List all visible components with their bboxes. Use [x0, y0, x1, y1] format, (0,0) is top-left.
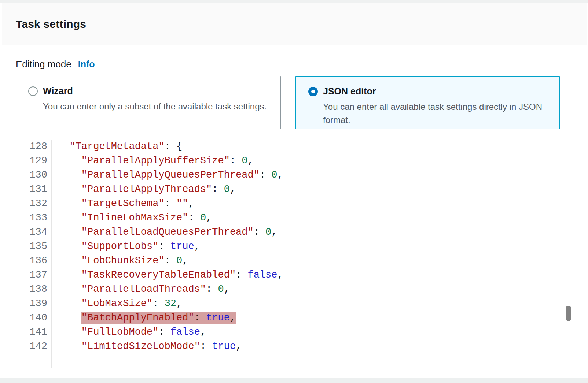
code-line-content[interactable] [51, 354, 58, 368]
code-line-content[interactable]: "FullLobMode": false, [51, 325, 206, 339]
line-number: 142 [16, 339, 51, 354]
code-line[interactable]: 139 "LobMaxSize": 32, [16, 297, 587, 311]
tile-json-editor-description: You can enter all available task setting… [323, 100, 548, 127]
code-line-content[interactable]: "ParallelLoadThreads": 0, [51, 282, 230, 297]
tile-wizard[interactable]: Wizard You can enter only a subset of th… [16, 76, 281, 129]
code-line[interactable]: 140 "BatchApplyEnabled": true, [16, 311, 587, 325]
code-line[interactable] [16, 354, 587, 368]
code-line-content[interactable]: "SupportLobs": true, [51, 239, 200, 254]
tile-wizard-top: Wizard [28, 86, 269, 96]
editing-mode-label: Editing mode [16, 59, 71, 70]
json-editor-code[interactable]: 128 "TargetMetadata": {129 "ParallelAppl… [16, 140, 587, 368]
line-number [16, 354, 51, 368]
code-line-content[interactable]: "BatchApplyEnabled": true, [51, 311, 236, 325]
code-line-content[interactable]: "TargetMetadata": { [51, 140, 182, 154]
code-line[interactable]: 141 "FullLobMode": false, [16, 325, 587, 339]
code-line[interactable]: 136 "LobChunkSize": 0, [16, 254, 587, 268]
tile-json-editor-top: JSON editor [308, 86, 548, 97]
radio-checked-icon[interactable] [308, 87, 318, 96]
search-highlight: "BatchApplyEnabled": true, [81, 312, 236, 323]
scrollbar-thumb[interactable] [566, 306, 571, 321]
line-number: 132 [16, 197, 51, 211]
tile-json-editor-title: JSON editor [323, 86, 376, 97]
tile-wizard-description: You can enter only a subset of the avail… [43, 100, 269, 113]
code-line[interactable]: 134 "ParallelLoadQueuesPerThread": 0, [16, 225, 587, 239]
code-line[interactable]: 129 "ParallelApplyBufferSize": 0, [16, 154, 587, 168]
code-line-content[interactable]: "ParallelApplyThreads": 0, [51, 182, 236, 197]
line-number: 133 [16, 211, 51, 225]
line-number: 136 [16, 254, 51, 268]
code-line-content[interactable]: "TaskRecoveryTableEnabled": false, [51, 268, 283, 282]
code-line[interactable]: 128 "TargetMetadata": { [16, 140, 587, 154]
line-number: 128 [16, 140, 51, 154]
tile-json-editor[interactable]: JSON editor You can enter all available … [295, 76, 560, 129]
editing-mode-tiles: Wizard You can enter only a subset of th… [16, 76, 587, 129]
tile-wizard-title: Wizard [43, 86, 73, 96]
code-line-content[interactable]: "ParallelApplyQueuesPerThread": 0, [51, 168, 283, 182]
code-line[interactable]: 142 "LimitedSizeLobMode": true, [16, 339, 587, 354]
code-lines: 128 "TargetMetadata": {129 "ParallelAppl… [16, 140, 587, 368]
code-line-content[interactable]: "ParallelApplyBufferSize": 0, [51, 154, 254, 168]
code-line[interactable]: 135 "SupportLobs": true, [16, 239, 587, 254]
line-number: 131 [16, 182, 51, 197]
code-line[interactable]: 133 "InlineLobMaxSize": 0, [16, 211, 587, 225]
code-line-content[interactable]: "InlineLobMaxSize": 0, [51, 211, 212, 225]
line-number: 130 [16, 168, 51, 182]
line-number: 137 [16, 268, 51, 282]
code-line[interactable]: 130 "ParallelApplyQueuesPerThread": 0, [16, 168, 587, 182]
code-line-content[interactable]: "LobChunkSize": 0, [51, 254, 188, 268]
panel-body: Editing mode Info Wizard You can enter o… [2, 45, 587, 368]
line-number: 129 [16, 154, 51, 168]
code-line-content[interactable]: "LimitedSizeLobMode": true, [51, 339, 242, 354]
code-line-content[interactable]: "TargetSchema": "", [51, 197, 194, 211]
code-line-content[interactable]: "ParallelLoadQueuesPerThread": 0, [51, 225, 278, 239]
code-line-content[interactable]: "LobMaxSize": 32, [51, 297, 182, 311]
code-line[interactable]: 132 "TargetSchema": "", [16, 197, 587, 211]
line-number: 139 [16, 297, 51, 311]
page-title: Task settings [16, 18, 86, 30]
line-number: 141 [16, 325, 51, 339]
page-top-strip [0, 0, 588, 3]
info-link[interactable]: Info [78, 59, 95, 70]
page-bottom-strip [0, 378, 588, 383]
code-line[interactable]: 137 "TaskRecoveryTableEnabled": false, [16, 268, 587, 282]
code-line[interactable]: 131 "ParallelApplyThreads": 0, [16, 182, 587, 197]
line-number: 140 [16, 311, 51, 325]
task-settings-panel: Task settings Editing mode Info Wizard Y… [2, 3, 587, 378]
radio-unchecked-icon[interactable] [28, 86, 38, 96]
editing-mode-row: Editing mode Info [16, 59, 587, 70]
line-number: 134 [16, 225, 51, 239]
panel-header: Task settings [2, 3, 587, 45]
code-line[interactable]: 138 "ParallelLoadThreads": 0, [16, 282, 587, 297]
line-number: 135 [16, 239, 51, 254]
line-number: 138 [16, 282, 51, 297]
